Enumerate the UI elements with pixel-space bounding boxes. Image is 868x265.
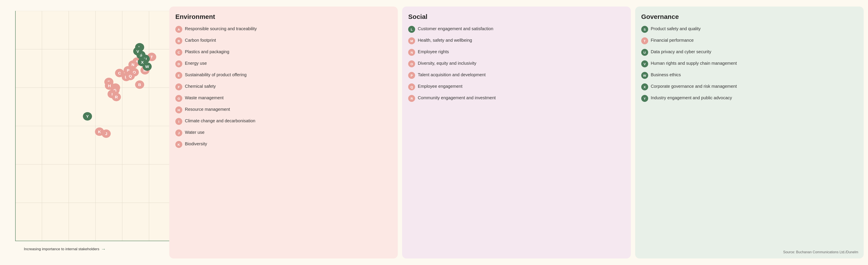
item-text-G: Waste management — [185, 95, 223, 101]
svg-text:J: J — [105, 132, 107, 136]
item-text-D: Energy use — [185, 60, 207, 66]
list-item: D Energy use — [175, 60, 392, 67]
item-text-Y: Industry engagement and public advocacy — [651, 95, 732, 101]
badge-N: N — [408, 49, 415, 56]
badge-A: A — [175, 26, 182, 33]
list-item: P Talent acquisition and development — [408, 72, 624, 79]
list-item: I Climate change and decarbonisation — [175, 118, 392, 125]
item-text-J: Water use — [185, 129, 205, 135]
svg-text:H: H — [108, 84, 111, 88]
svg-text:N: N — [131, 63, 134, 67]
svg-text:K: K — [98, 130, 101, 134]
item-text-W: Business ethics — [651, 72, 681, 78]
badge-D: D — [175, 60, 182, 67]
list-item: U Data privacy and cyber security — [641, 49, 858, 56]
svg-text:V: V — [136, 49, 139, 53]
source-text: Source: Buchanan Communications Ltd./Dun… — [783, 250, 858, 254]
list-item: M Health, safety and wellbeing — [408, 37, 624, 44]
environment-panel: Environment A Responsible sourcing and t… — [169, 6, 398, 259]
item-text-Q: Employee engagement — [418, 83, 462, 89]
item-text-P: Talent acquisition and development — [418, 72, 486, 78]
item-text-O: Diversity, equity and inclusivity — [418, 60, 476, 66]
list-item: X Corporate governance and risk manageme… — [641, 83, 858, 90]
list-item: V Human rights and supply chain manageme… — [641, 60, 858, 67]
panels-area: Environment A Responsible sourcing and t… — [165, 0, 868, 265]
list-item: E Sustainability of product offering — [175, 72, 392, 79]
item-text-N: Employee rights — [418, 49, 449, 55]
item-text-K: Biodiversity — [185, 141, 207, 147]
item-text-U: Data privacy and cyber security — [651, 49, 711, 55]
badge-R: R — [408, 95, 415, 102]
list-item: K Biodiversity — [175, 141, 392, 148]
item-text-F: Chemical safety — [185, 83, 216, 89]
badge-G: G — [175, 95, 182, 102]
list-item: G Waste management — [175, 95, 392, 102]
item-text-M: Health, safety and wellbeing — [418, 37, 472, 43]
item-text-H: Resource management — [185, 106, 230, 112]
item-text-T: Financial performance — [651, 37, 694, 43]
badge-F: F — [175, 83, 182, 90]
badge-K: K — [175, 141, 182, 148]
chart-area: Increasing importance to external stakeh… — [0, 0, 165, 265]
x-axis-label: Increasing importance to internal stakeh… — [24, 246, 176, 252]
governance-title: Governance — [641, 13, 858, 21]
badge-P: P — [408, 72, 415, 79]
svg-text:T: T — [150, 55, 153, 59]
list-item: T Financial performance — [641, 37, 858, 44]
list-item: Q Employee engagement — [408, 83, 624, 90]
svg-text:B: B — [138, 83, 141, 87]
svg-text:Y: Y — [86, 115, 89, 119]
badge-I: I — [175, 118, 182, 125]
item-text-E: Sustainability of product offering — [185, 72, 247, 78]
list-item: C Plastics and packaging — [175, 49, 392, 56]
badge-U: U — [641, 49, 648, 56]
list-item: L Customer engagement and satisfaction — [408, 26, 624, 33]
svg-text:R: R — [115, 95, 118, 99]
badge-Y: Y — [641, 95, 648, 102]
list-item: B Carbon footprint — [175, 37, 392, 44]
badge-M: M — [408, 37, 415, 44]
list-item: J Water use — [175, 129, 392, 137]
badge-X: X — [641, 83, 648, 90]
badge-L: L — [408, 26, 415, 33]
item-text-S: Product safety and quality — [651, 26, 701, 32]
badge-E: E — [175, 72, 182, 79]
badge-B: B — [175, 37, 182, 44]
list-item: W Business ethics — [641, 72, 858, 79]
badge-V: V — [641, 60, 648, 67]
item-text-A: Responsible sourcing and traceability — [185, 26, 257, 32]
badge-S: S — [641, 26, 648, 33]
item-text-C: Plastics and packaging — [185, 49, 229, 55]
item-text-V: Human rights and supply chain management — [651, 60, 737, 66]
svg-text:Q: Q — [129, 74, 132, 78]
badge-T: T — [641, 37, 648, 44]
item-text-R: Community engagement and investment — [418, 95, 496, 101]
environment-title: Environment — [175, 13, 392, 21]
governance-panel: Governance S Product safety and quality … — [635, 6, 864, 259]
svg-text:C: C — [118, 71, 121, 76]
item-text-X: Corporate governance and risk management — [651, 83, 737, 89]
list-item: H Resource management — [175, 106, 392, 113]
badge-C: C — [175, 49, 182, 56]
badge-O: O — [408, 60, 415, 67]
badge-H: H — [175, 107, 182, 113]
list-item: O Diversity, equity and inclusivity — [408, 60, 624, 67]
list-item: R Community engagement and investment — [408, 95, 624, 102]
scatter-svg: 10.00 9.00 8.00 7.00 6.00 5.00 4.00 4.00… — [15, 11, 176, 241]
item-text-B: Carbon footprint — [185, 37, 216, 43]
badge-J: J — [175, 129, 182, 137]
svg-text:X: X — [141, 60, 144, 64]
list-item: N Employee rights — [408, 49, 624, 56]
list-item: Y Industry engagement and public advocac… — [641, 95, 858, 102]
social-panel: Social L Customer engagement and satisfa… — [402, 6, 630, 259]
social-title: Social — [408, 13, 624, 21]
badge-Q: Q — [408, 83, 415, 90]
list-item: F Chemical safety — [175, 83, 392, 90]
svg-text:W: W — [145, 65, 149, 69]
item-text-L: Customer engagement and satisfaction — [418, 26, 493, 32]
list-item: A Responsible sourcing and traceability — [175, 26, 392, 33]
badge-W: W — [641, 72, 648, 79]
item-text-I: Climate change and decarbonisation — [185, 118, 255, 124]
list-item: S Product safety and quality — [641, 26, 858, 33]
